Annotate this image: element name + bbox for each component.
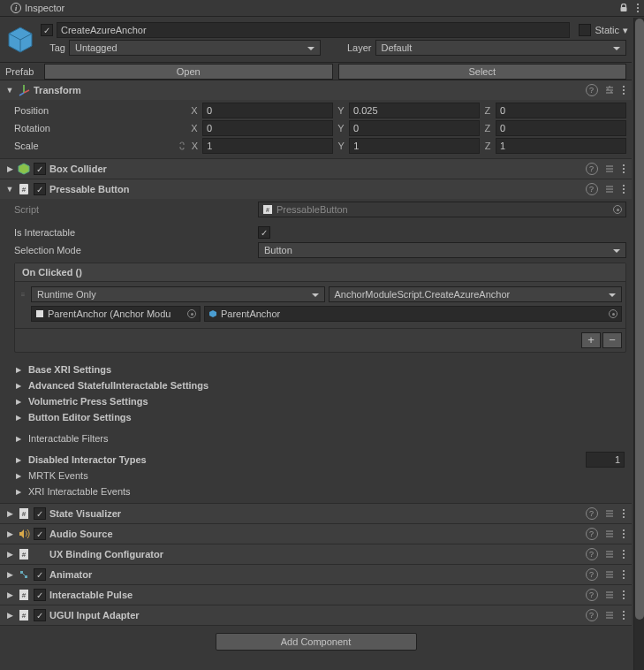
prefab-open-button[interactable]: Open xyxy=(44,64,333,80)
disabled-types-foldout[interactable]: ▶ xyxy=(14,456,23,464)
pulse-foldout[interactable]: ▶ xyxy=(5,590,14,599)
remove-event-button[interactable]: − xyxy=(602,332,622,348)
static-dropdown-arrow[interactable]: ▾ xyxy=(623,25,626,36)
transform-foldout[interactable]: ▼ xyxy=(5,86,14,95)
rotation-y-input[interactable] xyxy=(349,120,480,136)
vol-press-foldout[interactable]: ▶ xyxy=(14,398,23,406)
adv-stateful-label: Advanced StatefulInteractable Settings xyxy=(28,380,208,391)
animator-title: Animator xyxy=(49,569,582,580)
svg-rect-18 xyxy=(25,575,27,578)
help-icon[interactable]: ? xyxy=(586,548,598,560)
component-menu-icon[interactable] xyxy=(621,609,627,622)
info-icon: i xyxy=(11,3,21,13)
help-icon[interactable]: ? xyxy=(586,609,598,621)
scale-x-input[interactable] xyxy=(202,138,333,154)
adv-stateful-foldout[interactable]: ▶ xyxy=(14,382,23,390)
disabled-types-count[interactable]: 1 xyxy=(586,452,625,468)
add-event-button[interactable]: + xyxy=(581,332,601,348)
scale-y-input[interactable] xyxy=(349,138,480,154)
ux-bind-foldout[interactable]: ▶ xyxy=(5,550,14,559)
preset-icon[interactable] xyxy=(603,609,616,621)
pressable-enabled-checkbox[interactable] xyxy=(34,183,46,195)
object-picker-icon[interactable] xyxy=(609,309,617,318)
state-vis-foldout[interactable]: ▶ xyxy=(5,509,14,518)
gameobject-enabled-checkbox[interactable] xyxy=(41,24,53,36)
preset-icon[interactable] xyxy=(603,84,616,96)
is-interactable-checkbox[interactable] xyxy=(258,226,270,239)
inspector-tab[interactable]: i Inspector xyxy=(4,1,72,15)
component-menu-icon[interactable] xyxy=(621,568,627,582)
ugui-enabled-checkbox[interactable] xyxy=(34,609,46,621)
add-component-button[interactable]: Add Component xyxy=(216,633,417,651)
audio-foldout[interactable]: ▶ xyxy=(5,529,14,538)
pulse-enabled-checkbox[interactable] xyxy=(34,589,46,601)
base-xri-foldout[interactable]: ▶ xyxy=(14,366,23,374)
help-icon[interactable]: ? xyxy=(586,163,598,175)
scrollbar-thumb[interactable] xyxy=(635,19,644,620)
inter-filters-foldout[interactable]: ▶ xyxy=(14,435,23,443)
pressable-foldout[interactable]: ▼ xyxy=(5,185,14,194)
scale-z-input[interactable] xyxy=(496,138,626,154)
svg-rect-11 xyxy=(36,310,43,317)
audio-enabled-checkbox[interactable] xyxy=(34,528,46,540)
xri-events-label: XRI Interactable Events xyxy=(28,486,131,497)
btn-editor-foldout[interactable]: ▶ xyxy=(14,414,23,422)
scale-link-icon[interactable] xyxy=(177,141,187,151)
help-icon[interactable]: ? xyxy=(586,507,598,520)
ugui-foldout[interactable]: ▶ xyxy=(5,611,14,620)
preset-icon[interactable] xyxy=(603,507,616,520)
boxcollider-foldout[interactable]: ▶ xyxy=(5,164,14,173)
preset-icon[interactable] xyxy=(603,528,616,540)
preset-icon[interactable] xyxy=(603,183,616,195)
preset-icon[interactable] xyxy=(603,568,616,581)
mrtk-events-foldout[interactable]: ▶ xyxy=(14,472,23,480)
function-dropdown[interactable]: AnchorModuleScript.CreateAzureAnchor xyxy=(329,286,623,302)
component-menu-icon[interactable] xyxy=(621,528,627,541)
preset-icon[interactable] xyxy=(603,589,616,601)
help-icon[interactable]: ? xyxy=(586,183,598,195)
component-menu-icon[interactable] xyxy=(621,507,627,521)
rotation-x-input[interactable] xyxy=(202,120,333,136)
vertical-scrollbar[interactable] xyxy=(633,18,644,670)
rotation-z-input[interactable] xyxy=(496,120,626,136)
argument-object-field[interactable]: ParentAnchor xyxy=(204,306,622,322)
scale-label: Scale xyxy=(14,141,173,151)
component-menu-icon[interactable] xyxy=(621,548,627,561)
drag-handle-icon[interactable]: ≡ xyxy=(19,292,27,298)
tag-dropdown[interactable]: Untagged xyxy=(69,40,321,56)
object-picker-icon[interactable] xyxy=(187,309,196,318)
static-checkbox[interactable] xyxy=(579,24,591,36)
preset-icon[interactable] xyxy=(603,548,616,560)
component-menu-icon[interactable] xyxy=(621,84,627,97)
tag-label: Tag xyxy=(41,42,65,53)
preset-icon[interactable] xyxy=(603,163,616,175)
boxcollider-enabled-checkbox[interactable] xyxy=(34,163,46,175)
target-object-field[interactable]: ParentAnchor (Anchor Modu xyxy=(31,306,201,322)
position-z-input[interactable] xyxy=(496,103,626,118)
lock-icon[interactable] xyxy=(619,4,628,12)
component-menu-icon[interactable] xyxy=(621,589,627,602)
gameobject-name-input[interactable] xyxy=(57,22,570,38)
animator-foldout[interactable]: ▶ xyxy=(5,570,14,579)
prefab-select-button[interactable]: Select xyxy=(338,64,627,80)
pressable-title: Pressable Button xyxy=(49,184,582,194)
runtime-dropdown[interactable]: Runtime Only xyxy=(31,286,325,302)
help-icon[interactable]: ? xyxy=(586,568,598,581)
animator-enabled-checkbox[interactable] xyxy=(34,568,46,581)
prefab-cube-icon xyxy=(5,25,35,55)
component-menu-icon[interactable] xyxy=(621,163,627,176)
position-x-input[interactable] xyxy=(202,103,333,118)
script-icon: # xyxy=(18,548,30,560)
panel-menu-icon[interactable] xyxy=(635,2,641,15)
ux-bind-title: UX Binding Configurator xyxy=(49,549,582,560)
help-icon[interactable]: ? xyxy=(586,84,598,96)
help-icon[interactable]: ? xyxy=(586,528,598,540)
layer-dropdown[interactable]: Default xyxy=(375,40,627,56)
xri-events-foldout[interactable]: ▶ xyxy=(14,488,23,496)
component-menu-icon[interactable] xyxy=(621,183,627,196)
help-icon[interactable]: ? xyxy=(586,589,598,601)
state-vis-enabled-checkbox[interactable] xyxy=(34,507,46,520)
position-y-input[interactable] xyxy=(349,103,480,118)
selection-mode-dropdown[interactable]: Button xyxy=(258,242,626,258)
animator-icon xyxy=(18,568,30,581)
